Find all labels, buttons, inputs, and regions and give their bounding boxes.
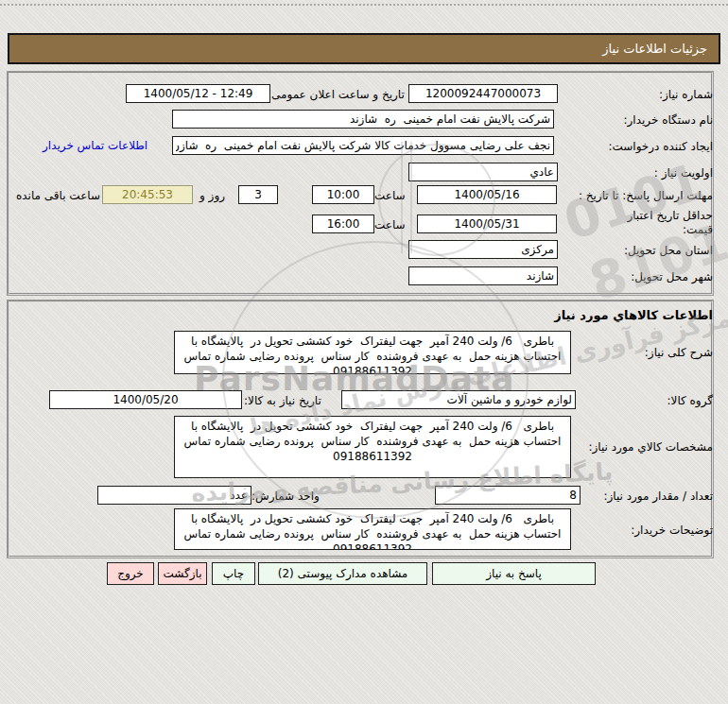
validity-time-input[interactable] [312,215,374,233]
notes-label: توضیحات خریدار: [631,524,713,537]
notes-textarea[interactable]: باطری 6/ ولت 240 آمپر جهت لیفتراک خود کش… [174,508,571,550]
days-and-label: روز و [199,189,225,202]
city-label: شهر محل تحویل: [631,270,713,283]
need-number-label: شماره نیاز: [659,88,713,101]
page-title-bar: جزئیات اطلاعات نیاز [8,33,720,64]
price-validity-label-line2: قیمت: [627,223,713,237]
group-label: گروه کالا: [667,394,714,407]
summary-label: شرح کلی نیاز: [645,346,713,359]
deadline-date-input[interactable] [417,185,557,204]
city-input[interactable] [408,266,558,285]
announce-datetime-label: تاریخ و ساعت اعلان عمومی: [268,88,405,101]
qty-label: تعداد / مقدار مورد نیاز: [603,489,713,503]
goods-section-title: اطلاعات کالاهاي مورد نیاز [554,308,713,322]
province-input[interactable] [408,240,558,259]
price-validity-label: حداقل تاریخ اعتبار قیمت: [627,209,713,237]
need-date-input[interactable] [49,390,242,409]
countdown-timer: 20:45:53 [102,185,193,204]
exit-button[interactable]: خروج [107,562,154,585]
unit-input[interactable] [97,486,251,505]
page-title: جزئیات اطلاعات نیاز [602,42,707,56]
creator-input[interactable] [172,136,554,155]
announce-datetime-input[interactable] [126,84,270,103]
buyer-org-input[interactable] [172,110,554,129]
creator-label: ایجاد کننده درخواست: [608,140,713,153]
buyer-org-label: نام دستگاه خریدار: [624,113,714,127]
qty-input[interactable] [435,486,581,505]
deadline-hour-label: ساعت [374,189,406,202]
validity-date-input[interactable] [417,215,557,233]
deadline-label: مهلت ارسال پاسخ: تا تاریخ : [579,189,713,202]
remaining-hours-label: ساعت باقی مانده [16,189,100,202]
specs-textarea[interactable]: باطری 6/ ولت 240 آمپر جهت لیفتراک خود کش… [174,416,571,478]
deadline-time-input[interactable] [312,185,374,204]
top-dotted-divider [0,4,728,6]
price-validity-label-line1: حداقل تاریخ اعتبار [627,209,713,223]
request-details-section [8,72,713,295]
validity-hour-label: ساعت [374,218,406,232]
respond-to-need-button[interactable]: پاسخ به نیاز [432,562,596,585]
print-button[interactable]: چاپ [212,562,255,585]
view-attachments-button[interactable]: مشاهده مدارک پیوستی (2) [258,562,427,585]
province-label: استان محل تحویل: [624,244,713,257]
group-input[interactable] [341,390,576,409]
summary-textarea[interactable]: باطری 6/ ولت 240 آمپر جهت لیفتراک خود کش… [174,331,571,374]
priority-input[interactable] [408,163,558,181]
need-date-label: تاریخ نیاز به کالا: [244,394,321,407]
priority-label: اولویت نیاز : [654,166,713,180]
need-number-input[interactable] [408,84,558,103]
specs-label: مشخصات کالاي مورد نیاز: [588,440,713,454]
unit-label: واحد شمارش: [251,489,320,503]
back-button[interactable]: بازگشت [158,562,207,585]
days-remaining-input[interactable] [238,185,278,204]
page: { "title_bar": { "text": "جزئیات اطلاعات… [0,0,728,704]
buyer-contact-link[interactable]: اطلاعات تماس خریدار [43,139,147,152]
